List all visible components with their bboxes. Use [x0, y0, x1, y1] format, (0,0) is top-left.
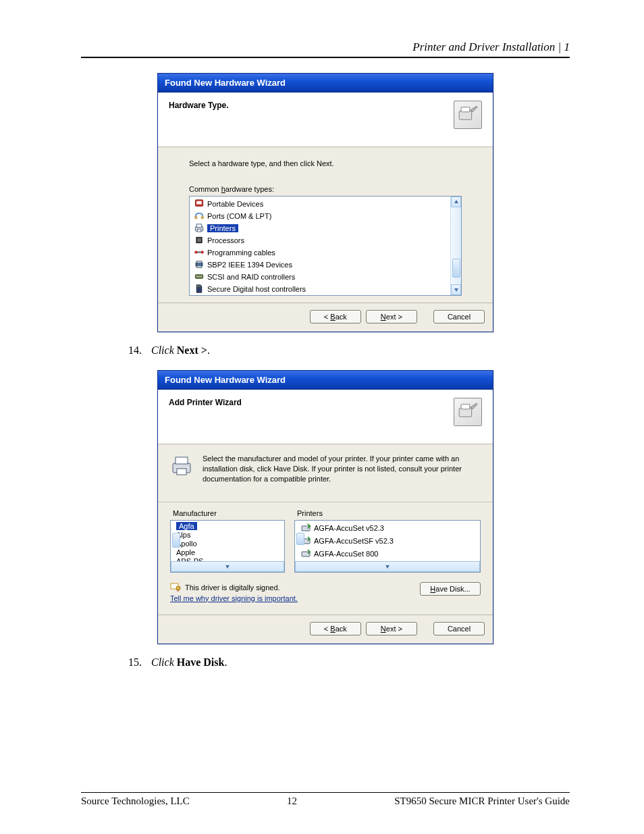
printer-lists-row: Manufacturer Agfa Alps Apollo Apple APS-… — [158, 502, 493, 578]
wizard-description-row: Select the manufacturer and model of you… — [158, 444, 493, 502]
page-header: Printer and Driver Installation | 1 — [81, 41, 570, 54]
list-item[interactable]: Printers — [192, 222, 449, 234]
step-text: Click — [151, 656, 177, 668]
printer-model-icon — [300, 522, 311, 534]
listbox-label: Common hardware types: — [189, 185, 462, 193]
printers-label: Printers — [294, 509, 481, 517]
list-item[interactable]: Alps — [175, 531, 272, 540]
scroll-up-button[interactable] — [451, 197, 461, 207]
step-14: 14. Click Next >. — [128, 344, 570, 357]
list-item[interactable]: Programming cables — [192, 246, 449, 259]
wizard-button-row: < Back Next > Cancel — [158, 615, 493, 644]
list-item[interactable]: AGFA-AccuSet 800 — [299, 548, 468, 561]
wizard-instruction: Select a hardware type, and then click N… — [189, 159, 462, 167]
cancel-button[interactable]: Cancel — [433, 622, 485, 635]
device-icon — [194, 199, 205, 209]
svg-rect-13 — [197, 252, 201, 253]
wizard-heading: Hardware Type. — [169, 101, 228, 110]
scroll-thumb[interactable] — [452, 259, 460, 278]
svg-rect-10 — [197, 238, 201, 242]
manufacturer-column: Manufacturer Agfa Alps Apollo Apple APS-… — [170, 509, 285, 573]
port-icon — [194, 211, 205, 221]
firewire-icon — [194, 259, 205, 269]
svg-point-35 — [176, 586, 180, 590]
list-item[interactable]: Ports (COM & LPT) — [192, 210, 449, 222]
list-item[interactable]: SBP2 IEEE 1394 Devices — [192, 259, 449, 271]
next-button[interactable]: Next > — [366, 310, 417, 323]
svg-rect-26 — [461, 405, 470, 409]
manufacturer-label: Manufacturer — [170, 509, 285, 517]
hardware-wizard-dialog: Found New Hardware Wizard Hardware Type.… — [157, 73, 493, 332]
svg-rect-21 — [198, 286, 199, 287]
next-button[interactable]: Next > — [366, 622, 417, 635]
page-footer: Source Technologies, LLC 12 ST9650 Secur… — [81, 796, 570, 807]
list-item[interactable]: Processors — [192, 234, 449, 246]
wizard-heading: Add Printer Wizard — [169, 398, 242, 407]
list-item[interactable]: Apple — [175, 548, 272, 557]
printers-listbox[interactable]: AGFA-AccuSet v52.3 AGFA-AccuSetSF v52.3 … — [294, 520, 481, 573]
scroll-down-button[interactable] — [295, 561, 480, 572]
svg-rect-29 — [177, 469, 186, 475]
hardware-types-list: Portable Devices Ports (COM & LPT) Print… — [190, 197, 461, 296]
svg-rect-11 — [194, 251, 197, 254]
certificate-icon — [170, 582, 181, 593]
svg-point-19 — [200, 276, 202, 278]
wizard-button-row: < Back Next > Cancel — [158, 303, 493, 332]
hardware-types-listbox[interactable]: Portable Devices Ports (COM & LPT) Print… — [189, 196, 462, 296]
svg-point-18 — [198, 276, 200, 278]
footer-rule — [81, 792, 570, 793]
dialog-titlebar: Found New Hardware Wizard — [158, 371, 493, 390]
driver-signing-link[interactable]: Tell me why driver signing is important. — [170, 594, 298, 602]
list-item[interactable]: Secure Digital host controllers — [192, 283, 449, 295]
list-item[interactable]: Smart card readers — [192, 295, 449, 296]
wizard-body: Select a hardware type, and then click N… — [158, 147, 493, 303]
cancel-button[interactable]: Cancel — [433, 310, 485, 323]
wizard-description: Select the manufacturer and model of you… — [203, 454, 481, 484]
svg-rect-0 — [459, 111, 471, 120]
scroll-thumb[interactable] — [296, 533, 304, 545]
scroll-down-button[interactable] — [451, 284, 461, 295]
svg-rect-3 — [196, 201, 202, 205]
cable-icon — [194, 247, 205, 257]
list-item[interactable]: AGFA-AccuSetSF v52.3 — [299, 535, 468, 548]
svg-rect-8 — [197, 229, 201, 232]
svg-rect-28 — [176, 457, 188, 464]
scrollbar[interactable] — [171, 567, 284, 573]
list-item[interactable]: AGFA-AccuSet v52.3 — [299, 522, 468, 535]
svg-rect-12 — [201, 251, 204, 254]
driver-signed-text: This driver is digitally signed. — [170, 582, 298, 593]
scroll-down-button[interactable] — [171, 561, 284, 572]
back-button[interactable]: < Back — [310, 622, 361, 635]
scrollbar[interactable] — [450, 197, 461, 295]
list-item[interactable]: Agfa — [175, 522, 272, 531]
header-rule — [81, 57, 570, 58]
svg-rect-7 — [196, 224, 202, 228]
driver-signing-row: This driver is digitally signed. Tell me… — [158, 578, 493, 615]
have-disk-button[interactable]: Have Disk... — [420, 582, 481, 596]
printer-icon — [194, 223, 205, 233]
document-page: Printer and Driver Installation | 1 Foun… — [0, 0, 644, 834]
scroll-thumb[interactable] — [172, 533, 180, 548]
list-item[interactable]: Portable Devices — [192, 198, 449, 210]
wizard-header: Add Printer Wizard — [158, 390, 493, 444]
printers-column: Printers AGFA-AccuSet v52.3 AGFA-AccuSet… — [294, 509, 481, 573]
step-text: Click — [151, 344, 177, 356]
list-item[interactable]: Apollo — [175, 540, 272, 548]
svg-rect-4 — [194, 216, 197, 219]
back-button[interactable]: < Back — [310, 310, 361, 323]
step-15: 15. Click Have Disk. — [128, 656, 570, 669]
wizard-header-icon — [454, 398, 482, 426]
add-printer-wizard-dialog: Found New Hardware Wizard Add Printer Wi… — [157, 370, 493, 644]
wizard-header-icon — [454, 101, 482, 129]
page-number: 12 — [287, 796, 297, 807]
svg-rect-5 — [201, 216, 204, 219]
svg-rect-1 — [461, 107, 470, 112]
printer-model-icon — [300, 548, 311, 560]
list-item[interactable]: SCSI and RAID controllers — [192, 271, 449, 283]
wizard-header: Hardware Type. — [158, 93, 493, 147]
printer-icon — [170, 454, 193, 477]
scsi-icon — [194, 271, 205, 282]
footer-left: Source Technologies, LLC — [81, 796, 190, 807]
manufacturer-listbox[interactable]: Agfa Alps Apollo Apple APS-PS — [170, 520, 285, 573]
sd-icon — [194, 284, 205, 294]
